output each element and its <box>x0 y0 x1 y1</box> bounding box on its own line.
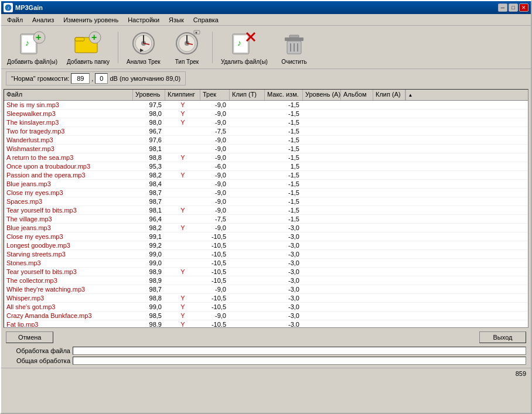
table-row[interactable]: Starving streets.mp3 99,0 -10,5 -3,0 <box>4 250 528 259</box>
cell-level-a <box>303 127 341 135</box>
normal-volume-row: "Норма" громкости: , dB (по умолчанию 89… <box>1 69 531 88</box>
add-file-button[interactable]: ♪ + Добавить файл(ы) <box>4 28 61 66</box>
norm-desc: dB (по умолчанию 89,0) <box>110 75 180 82</box>
table-row[interactable]: Stones.mp3 99,0 -10,5 -3,0 <box>4 259 528 268</box>
table-row[interactable]: Passion and the opera.mp3 98,2 Y -9,0 -1… <box>4 171 528 180</box>
menu-help[interactable]: Справка <box>189 15 223 25</box>
menu-analyze[interactable]: Анализ <box>28 15 59 25</box>
header-track[interactable]: Трек <box>200 90 230 100</box>
cell-clip-t <box>230 197 265 206</box>
cell-clip <box>165 189 200 197</box>
table-row[interactable]: Whisper.mp3 98,8 Y -10,5 -3,0 <box>4 294 528 303</box>
file-list-body[interactable]: She is my sin.mp3 97,5 Y -9,0 -1,5 Sleep… <box>4 101 528 327</box>
clear-label: Очистить <box>281 59 307 65</box>
cell-track: -9,0 <box>200 180 230 188</box>
cell-clip-t <box>230 145 265 153</box>
cell-clip-t <box>230 224 265 232</box>
track-type-button[interactable]: ▼ Тип Трек <box>166 28 207 66</box>
table-row[interactable]: Sleepwalker.mp3 98,0 Y -9,0 -1,5 <box>4 110 528 118</box>
cell-clip: Y <box>165 171 200 179</box>
table-row[interactable]: Longest goodbye.mp3 99,2 -10,5 -3,0 <box>4 241 528 250</box>
table-row[interactable]: Close my eyes.mp3 99,1 -10,5 -3,0 <box>4 232 528 241</box>
table-row[interactable]: Fat lip.mp3 98,9 Y -10,5 -3,0 <box>4 320 528 327</box>
table-row[interactable]: While they're watching.mp3 98,7 -9,0 -3,… <box>4 285 528 294</box>
cell-level-a <box>303 101 341 109</box>
add-folder-button[interactable]: + Добавить папку <box>63 28 113 66</box>
cell-track: -9,0 <box>200 110 230 118</box>
add-folder-icon: + <box>74 29 102 57</box>
total-progress-label: Общая обработка <box>6 357 70 364</box>
table-row[interactable]: Two for tragedy.mp3 96,7 -7,5 -1,5 <box>4 127 528 136</box>
header-file[interactable]: Файл <box>4 90 133 100</box>
cell-filename: A return to the sea.mp3 <box>4 153 133 162</box>
analyze-track-button[interactable]: ▶ Анализ Трек <box>123 28 164 66</box>
cell-max: -1,5 <box>265 215 303 223</box>
add-folder-label: Добавить папку <box>67 59 110 65</box>
file-list-header: Файл Уровень Клиппинг Трек Клип (Т) Макс… <box>4 90 528 101</box>
table-row[interactable]: Tear yourself to bits.mp3 98,9 Y -10,5 -… <box>4 268 528 276</box>
cell-clip: Y <box>165 110 200 118</box>
scroll-up-arrow[interactable]: ▲ <box>405 90 415 100</box>
header-level[interactable]: Уровень <box>133 90 165 100</box>
bottom-buttons: Отмена Выход <box>1 329 531 345</box>
header-clip-a[interactable]: Клип (А) <box>373 90 405 100</box>
table-row[interactable]: Spaces.mp3 98,7 -9,0 -1,5 <box>4 197 528 206</box>
norm-value2[interactable] <box>95 73 108 84</box>
minimize-button[interactable]: ─ <box>498 4 507 12</box>
cell-album <box>341 276 373 285</box>
file-progress-row: Обработка файла <box>6 347 526 355</box>
header-album[interactable]: Альбом <box>341 90 373 100</box>
table-row[interactable]: Crazy Amanda Bunkface.mp3 98,5 Y -9,0 -3… <box>4 312 528 320</box>
table-row[interactable]: Wanderlust.mp3 97,6 -9,0 -1,5 <box>4 136 528 145</box>
cell-max: 1,5 <box>265 162 303 170</box>
menu-settings[interactable]: Настройки <box>123 15 164 25</box>
cell-track: -9,0 <box>200 171 230 179</box>
header-level-a[interactable]: Уровень (А) <box>303 90 341 100</box>
clear-button[interactable]: Очистить <box>274 28 315 66</box>
table-row[interactable]: Once upon a troubadour.mp3 95,3 -6,0 1,5 <box>4 162 528 171</box>
close-button[interactable]: ✕ <box>519 4 528 12</box>
menu-change-level[interactable]: Изменить уровень <box>59 15 123 25</box>
clear-icon <box>280 29 308 57</box>
table-row[interactable]: All she's got.mp3 99,0 Y -10,5 -3,0 <box>4 303 528 312</box>
menu-file[interactable]: Файл <box>2 15 28 25</box>
norm-value1[interactable] <box>71 73 90 84</box>
add-file-icon: ♪ + <box>18 29 46 57</box>
table-row[interactable]: Wishmaster.mp3 98,1 -9,0 -1,5 <box>4 145 528 153</box>
maximize-button[interactable]: □ <box>509 4 518 12</box>
cell-track: -9,0 <box>200 224 230 232</box>
cell-level-a <box>303 189 341 197</box>
table-row[interactable]: Blue jeans.mp3 98,2 Y -9,0 -3,0 <box>4 224 528 232</box>
cell-filename: The collector.mp3 <box>4 276 133 285</box>
header-clip-t[interactable]: Клип (Т) <box>230 90 265 100</box>
cell-album <box>341 232 373 241</box>
cell-filename: Blue jeans.mp3 <box>4 224 133 232</box>
header-clipping[interactable]: Клиппинг <box>165 90 200 100</box>
table-row[interactable]: A return to the sea.mp3 98,8 Y -9,0 -1,5 <box>4 153 528 162</box>
cell-level-a <box>303 224 341 232</box>
cell-album <box>341 118 373 126</box>
svg-text:+: + <box>91 32 97 42</box>
cell-max: -1,5 <box>265 206 303 214</box>
table-row[interactable]: The village.mp3 96,4 -7,5 -1,5 <box>4 215 528 224</box>
cell-clip-a <box>373 127 405 135</box>
cell-clip-t <box>230 101 265 109</box>
table-row[interactable]: The kinslayer.mp3 98,0 Y -9,0 -1,5 <box>4 118 528 127</box>
cancel-button[interactable]: Отмена <box>6 331 53 343</box>
menu-language[interactable]: Язык <box>164 15 189 25</box>
exit-button[interactable]: Выход <box>479 331 526 343</box>
remove-file-button[interactable]: ♪ Удалить файл(ы) <box>217 28 271 66</box>
cell-max: -1,5 <box>265 118 303 126</box>
cell-level: 98,1 <box>133 206 165 214</box>
svg-text:+: + <box>36 32 41 42</box>
cell-clip-a <box>373 285 405 293</box>
header-max[interactable]: Макс. изм. <box>265 90 303 100</box>
cell-track: -7,5 <box>200 127 230 135</box>
table-row[interactable]: Close my eyes.mp3 98,7 -9,0 -1,5 <box>4 189 528 197</box>
table-row[interactable]: Blue jeans.mp3 98,4 -9,0 -1,5 <box>4 180 528 189</box>
cell-filename: Close my eyes.mp3 <box>4 232 133 241</box>
table-row[interactable]: She is my sin.mp3 97,5 Y -9,0 -1,5 <box>4 101 528 110</box>
table-row[interactable]: The collector.mp3 98,9 -10,5 -3,0 <box>4 276 528 285</box>
table-row[interactable]: Tear yourself to bits.mp3 98,1 Y -9,0 -1… <box>4 206 528 215</box>
cell-level-a <box>303 215 341 223</box>
